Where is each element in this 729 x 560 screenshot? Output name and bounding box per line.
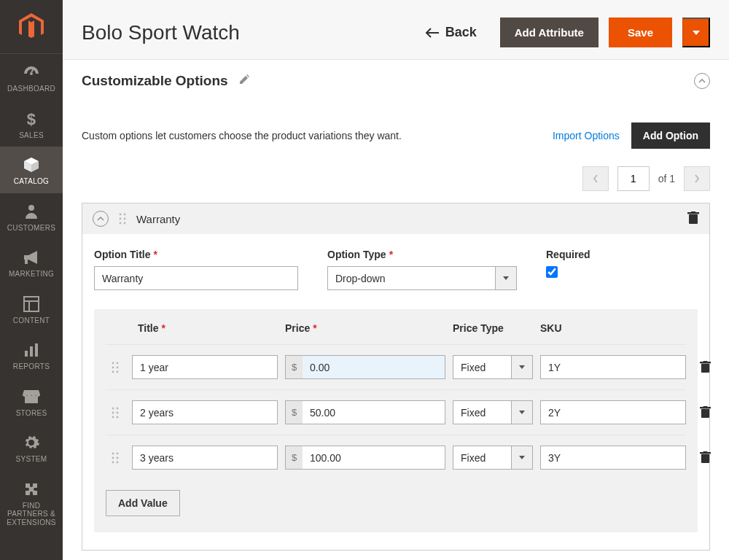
svg-point-33 <box>117 366 119 368</box>
arrow-left-icon <box>425 28 440 38</box>
nav-catalog[interactable]: CATALOG <box>0 147 63 193</box>
option-card-header: Warranty <box>82 203 709 234</box>
svg-point-25 <box>124 222 126 225</box>
row-drag-handle[interactable] <box>106 407 125 419</box>
row-price-type-value[interactable] <box>453 355 511 379</box>
row-price-type-toggle[interactable] <box>511 446 533 470</box>
svg-point-40 <box>112 407 114 409</box>
option-collapse-toggle[interactable] <box>93 211 109 227</box>
svg-text:$: $ <box>27 110 36 128</box>
svg-point-42 <box>112 411 114 413</box>
save-dropdown-toggle[interactable] <box>682 18 710 47</box>
row-drag-handle[interactable] <box>106 362 125 373</box>
row-title-input[interactable] <box>132 355 278 379</box>
row-drag-handle[interactable] <box>106 452 125 464</box>
nav-dashboard[interactable]: DASHBOARD <box>0 54 63 101</box>
svg-point-51 <box>117 452 119 454</box>
nav-stores[interactable]: STORES <box>0 378 63 425</box>
grip-icon <box>119 213 126 225</box>
row-price-type-value[interactable] <box>453 400 511 424</box>
row-title-input[interactable] <box>132 446 278 470</box>
svg-point-55 <box>117 461 119 463</box>
svg-rect-59 <box>703 451 707 453</box>
delete-row-button[interactable] <box>693 451 717 464</box>
option-type-value[interactable] <box>327 266 495 290</box>
svg-point-52 <box>112 456 114 459</box>
svg-point-50 <box>112 452 114 454</box>
svg-point-45 <box>117 416 119 418</box>
delete-row-button[interactable] <box>693 406 717 419</box>
table-row: $ <box>106 389 686 435</box>
pager-current-input[interactable] <box>617 166 650 191</box>
add-attribute-button[interactable]: Add Attribute <box>500 18 599 47</box>
nav-partners[interactable]: FIND PARTNERS & EXTENSIONS <box>0 471 63 534</box>
row-price-type-select[interactable] <box>453 400 533 424</box>
magento-logo[interactable] <box>0 0 63 54</box>
svg-rect-37 <box>701 364 709 373</box>
svg-rect-11 <box>24 297 39 311</box>
row-price-type-select[interactable] <box>453 446 533 470</box>
nav-marketing[interactable]: MARKETING <box>0 239 63 286</box>
row-sku-input[interactable] <box>540 400 686 424</box>
row-price-input[interactable] <box>303 355 445 379</box>
option-title-field: Option Title* <box>94 249 298 290</box>
page-header: Bolo Sport Watch Back Add Attribute Save <box>63 0 729 60</box>
row-price-type-select[interactable] <box>453 355 533 379</box>
col-price-type: Price Type <box>453 322 533 334</box>
pencil-icon <box>238 74 250 85</box>
svg-point-32 <box>112 366 114 368</box>
col-price: Price* <box>285 322 445 334</box>
back-button[interactable]: Back <box>425 25 477 40</box>
pager-prev-button[interactable] <box>582 166 609 191</box>
content: Customizable Options Custom options let … <box>63 60 729 560</box>
required-checkbox[interactable] <box>546 266 558 278</box>
nav-label: SYSTEM <box>16 455 47 464</box>
import-options-link[interactable]: Import Options <box>553 130 620 141</box>
option-type-field: Option Type* <box>327 249 517 290</box>
row-sku-input[interactable] <box>540 355 686 379</box>
col-title: Title* <box>132 322 278 334</box>
svg-marker-46 <box>519 411 525 414</box>
nav-customers[interactable]: CUSTOMERS <box>0 193 63 240</box>
svg-rect-17 <box>25 396 38 403</box>
row-price-type-value[interactable] <box>453 446 511 470</box>
option-type-label: Option Type* <box>327 249 517 260</box>
gear-icon <box>22 433 41 452</box>
page-title: Bolo Sport Watch <box>82 21 415 44</box>
svg-point-43 <box>117 411 119 413</box>
back-label: Back <box>445 25 477 40</box>
nav-content[interactable]: CONTENT <box>0 286 63 332</box>
svg-rect-15 <box>30 346 33 357</box>
layout-icon <box>22 295 41 314</box>
option-title-input[interactable] <box>94 266 298 290</box>
delete-row-button[interactable] <box>693 361 717 373</box>
col-sku: SKU <box>540 322 686 334</box>
row-price-input[interactable] <box>303 400 445 424</box>
svg-point-34 <box>112 370 114 373</box>
save-button[interactable]: Save <box>609 18 672 47</box>
nav-label: STORES <box>16 409 47 418</box>
delete-option-button[interactable] <box>687 211 699 227</box>
grip-icon <box>112 452 119 464</box>
row-price-input[interactable] <box>303 446 445 470</box>
option-type-select[interactable] <box>327 266 517 290</box>
option-type-toggle[interactable] <box>495 266 517 290</box>
add-option-button[interactable]: Add Option <box>631 122 710 149</box>
nav-sales[interactable]: $ SALES <box>0 101 63 147</box>
pager-next-button[interactable] <box>684 166 710 191</box>
nav-system[interactable]: SYSTEM <box>0 424 63 471</box>
required-label: Required <box>546 249 590 260</box>
row-price-type-toggle[interactable] <box>511 400 533 424</box>
row-sku-input[interactable] <box>540 446 686 470</box>
edit-section-button[interactable] <box>238 73 250 89</box>
intro-row: Custom options let customers choose the … <box>82 122 710 149</box>
add-value-button[interactable]: Add Value <box>106 490 180 516</box>
row-price-type-toggle[interactable] <box>511 355 533 379</box>
chevron-left-icon <box>593 174 599 183</box>
row-title-input[interactable] <box>132 400 278 424</box>
left-sidebar: DASHBOARD $ SALES CATALOG CUSTOMERS MARK… <box>0 0 63 560</box>
nav-label: SALES <box>19 131 44 140</box>
section-collapse-toggle[interactable] <box>694 73 710 89</box>
nav-reports[interactable]: REPORTS <box>0 332 63 378</box>
option-drag-handle[interactable] <box>117 212 128 225</box>
